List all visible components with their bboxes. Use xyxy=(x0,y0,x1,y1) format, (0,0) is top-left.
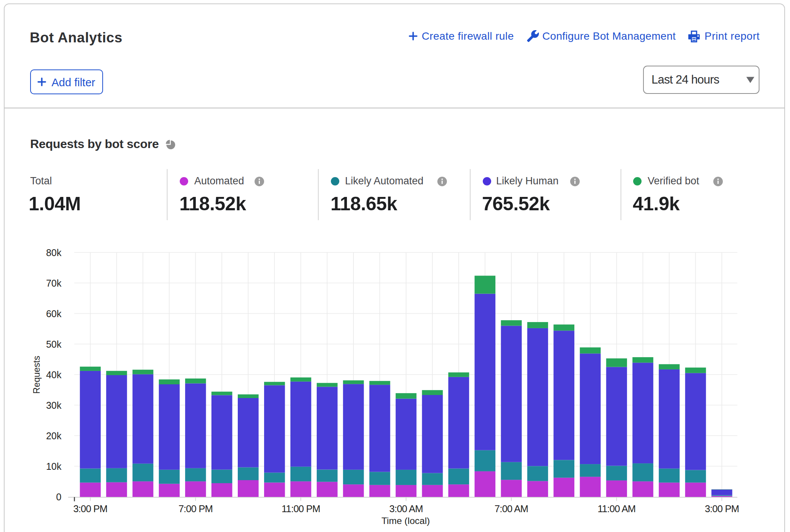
svg-text:20k: 20k xyxy=(46,430,62,441)
svg-text:3:00 AM: 3:00 AM xyxy=(389,503,423,514)
svg-text:40k: 40k xyxy=(46,369,62,380)
svg-text:50k: 50k xyxy=(46,339,62,350)
svg-text:7:00 AM: 7:00 AM xyxy=(495,503,528,514)
svg-text:60k: 60k xyxy=(46,308,62,319)
svg-text:30k: 30k xyxy=(46,400,62,411)
svg-text:70k: 70k xyxy=(46,278,62,289)
svg-text:7:00 PM: 7:00 PM xyxy=(179,503,213,514)
svg-text:Time (local): Time (local) xyxy=(381,516,430,526)
svg-text:Requests: Requests xyxy=(32,356,42,393)
svg-text:3:00 PM: 3:00 PM xyxy=(73,503,107,514)
svg-text:11:00 PM: 11:00 PM xyxy=(282,503,320,514)
svg-text:3:00 PM: 3:00 PM xyxy=(705,503,739,514)
svg-text:11:00 AM: 11:00 AM xyxy=(598,503,635,514)
svg-text:10k: 10k xyxy=(46,461,62,472)
svg-text:0: 0 xyxy=(56,492,61,502)
svg-text:80k: 80k xyxy=(46,247,62,258)
